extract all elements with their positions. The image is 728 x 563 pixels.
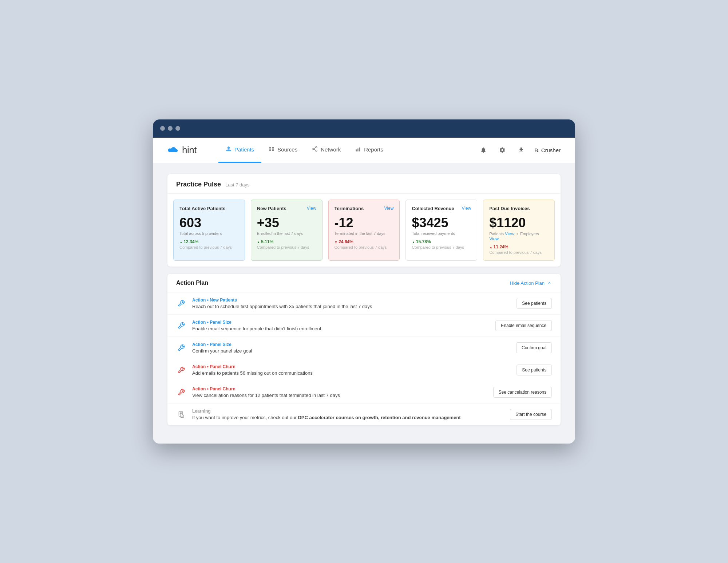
- learning-text-before: If you want to improve your metrics, che…: [192, 415, 298, 420]
- metric-change-new-patients: 5.11%: [257, 239, 316, 244]
- svg-line-7: [314, 149, 316, 150]
- action-content-panel-churn-1: Action • Panel Churn Add emails to patie…: [192, 364, 511, 376]
- svg-rect-16: [181, 415, 183, 418]
- metric-terminations: Terminations View -12 Terminated in the …: [328, 200, 400, 261]
- action-text-learning: If you want to improve your metrics, che…: [192, 415, 504, 420]
- svg-line-8: [314, 147, 316, 149]
- nav-item-reports[interactable]: Reports: [348, 137, 391, 163]
- settings-gear-button[interactable]: [496, 144, 508, 156]
- browser-dot-1: [160, 126, 165, 131]
- logo-cloud-icon: [167, 146, 178, 154]
- metric-title-collected-revenue: Collected Revenue: [412, 206, 454, 211]
- metric-change-past-due: 11.24%: [489, 244, 549, 249]
- arrow-up-icon: [412, 239, 416, 244]
- patients-icon: [226, 146, 232, 153]
- action-text-panel-size-1: Enable email sequence for people that di…: [192, 326, 490, 331]
- action-content-learning: Learning If you want to improve your met…: [192, 409, 504, 420]
- nav-item-network[interactable]: Network: [305, 137, 348, 163]
- action-content-panel-size-2: Action • Panel Size Confirm your panel s…: [192, 342, 510, 354]
- main-content: Practice Pulse Last 7 days Total Active …: [153, 163, 575, 444]
- collected-revenue-view-link[interactable]: View: [462, 206, 471, 211]
- browser-window: hint Patients Sources: [153, 119, 575, 444]
- action-icon-panel-size-2: [176, 343, 186, 353]
- action-label-learning: Learning: [192, 409, 504, 414]
- svg-point-5: [313, 148, 314, 150]
- wrench-icon-new-patients: [178, 300, 185, 307]
- new-patients-view-link[interactable]: View: [307, 206, 316, 211]
- metric-title-new-patients: New Patients: [257, 206, 286, 211]
- metric-desc-new-patients: Enrolled in the last 7 days: [257, 231, 316, 236]
- metric-header-collected-revenue: Collected Revenue View: [412, 206, 471, 211]
- metric-title-total-active: Total Active Patients: [179, 206, 225, 211]
- wrench-icon-panel-churn-1: [178, 366, 185, 374]
- see-cancelation-reasons-button[interactable]: See cancelation reasons: [493, 387, 552, 398]
- metric-value-past-due: $1120: [489, 216, 549, 230]
- action-icon-panel-size-1: [176, 320, 186, 331]
- svg-rect-10: [357, 148, 359, 151]
- browser-dot-2: [168, 126, 173, 131]
- metric-change-label-new-patients: Compared to previous 7 days: [257, 245, 316, 249]
- metric-desc-terminations: Terminated in the last 7 days: [335, 231, 394, 236]
- learning-text-bold: DPC accelerator courses on growth, reten…: [298, 415, 460, 420]
- metric-desc-collected-revenue: Total received payments: [412, 231, 471, 236]
- metric-change-label-collected-revenue: Compared to previous 7 days: [412, 245, 471, 249]
- past-due-employers-label: Employers: [520, 232, 539, 236]
- svg-point-4: [316, 146, 317, 148]
- hide-action-plan-button[interactable]: Hide Action Plan: [510, 280, 552, 286]
- action-item-panel-churn-2: Action • Panel Churn View cancellation r…: [167, 381, 561, 403]
- action-text-panel-churn-1: Add emails to patients 56 missing out on…: [192, 370, 511, 376]
- metric-value-new-patients: +35: [257, 216, 316, 230]
- export-button[interactable]: [515, 144, 527, 156]
- see-patients-button-1[interactable]: See patients: [517, 298, 552, 309]
- sources-icon: [269, 146, 274, 153]
- action-text-new-patients: Reach out to schedule first appointments…: [192, 304, 511, 309]
- past-due-patients-view-link[interactable]: View: [505, 231, 514, 236]
- metric-value-collected-revenue: $3425: [412, 216, 471, 230]
- practice-pulse-subtitle: Last 7 days: [225, 182, 250, 188]
- see-patients-button-2[interactable]: See patients: [517, 365, 552, 375]
- enable-email-sequence-button[interactable]: Enable email sequence: [495, 320, 552, 331]
- user-name[interactable]: B. Crusher: [534, 147, 561, 153]
- topbar: hint Patients Sources: [153, 138, 575, 163]
- action-text-panel-size-2: Confirm your panel size goal: [192, 348, 510, 354]
- wrench-icon-panel-size-2: [178, 344, 185, 351]
- svg-rect-11: [359, 147, 360, 151]
- svg-point-6: [316, 150, 317, 151]
- nav-item-sources[interactable]: Sources: [261, 137, 305, 163]
- nav-item-patients[interactable]: Patients: [218, 137, 261, 163]
- confirm-goal-button[interactable]: Confirm goal: [516, 342, 552, 353]
- logo[interactable]: hint: [167, 145, 197, 156]
- chevron-up-icon: [547, 280, 552, 286]
- metric-header-past-due: Past Due Invoices: [489, 206, 549, 211]
- hide-action-plan-label: Hide Action Plan: [510, 280, 545, 286]
- wrench-icon-panel-size-1: [178, 322, 185, 329]
- metric-value-terminations: -12: [335, 216, 394, 230]
- svg-rect-1: [272, 147, 274, 149]
- document-icon: [178, 411, 185, 418]
- action-label-panel-size-2: Action • Panel Size: [192, 342, 510, 347]
- action-item-panel-size-1: Action • Panel Size Enable email sequenc…: [167, 315, 561, 337]
- action-label-panel-churn-1: Action • Panel Churn: [192, 364, 511, 369]
- nav-label-sources: Sources: [277, 146, 297, 153]
- logo-text: hint: [182, 145, 197, 156]
- metric-header-total-active: Total Active Patients: [179, 206, 239, 211]
- svg-rect-9: [356, 149, 357, 151]
- wrench-icon-panel-churn-2: [178, 389, 185, 396]
- action-item-new-patients: Action • New Patients Reach out to sched…: [167, 292, 561, 315]
- action-plan-title: Action Plan: [176, 280, 208, 286]
- action-text-panel-churn-2: View cancellation reasons for 12 patient…: [192, 393, 487, 398]
- metrics-grid: Total Active Patients 603 Total across 5…: [167, 194, 561, 267]
- arrow-up-icon: [489, 244, 493, 249]
- metric-sub-links-past-due: Patients View • Employers View: [489, 231, 549, 241]
- notification-bell-button[interactable]: [478, 144, 489, 156]
- terminations-view-link[interactable]: View: [384, 206, 394, 211]
- action-label-panel-size-1: Action • Panel Size: [192, 320, 490, 325]
- svg-rect-0: [269, 147, 271, 149]
- arrow-down-icon: [335, 239, 339, 244]
- past-due-employers-view-link[interactable]: View: [489, 236, 499, 241]
- network-icon: [312, 146, 318, 153]
- metric-change-label-total-active: Compared to previous 7 days: [179, 245, 239, 249]
- action-content-new-patients: Action • New Patients Reach out to sched…: [192, 298, 511, 309]
- action-item-panel-size-2: Action • Panel Size Confirm your panel s…: [167, 337, 561, 359]
- start-the-course-button[interactable]: Start the course: [510, 409, 552, 420]
